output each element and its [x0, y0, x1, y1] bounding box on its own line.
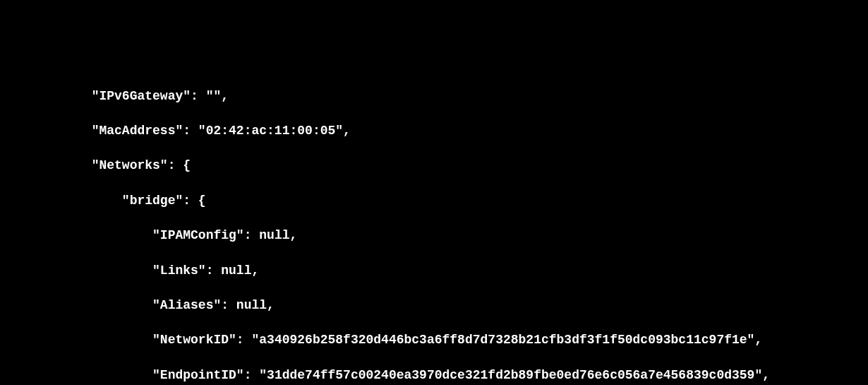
json-prop-endpointid: "EndpointID": "31dde74ff57c00240ea3970dc… [152, 368, 770, 382]
indent [0, 124, 92, 138]
json-line: "IPv6Gateway": "", [0, 88, 868, 105]
json-prop-networkid: "NetworkID": "a340926b258f320d446bc3a6ff… [152, 333, 762, 347]
json-prop-ipamconfig: "IPAMConfig": null, [152, 228, 297, 242]
indent [0, 263, 152, 278]
json-prop-ipv6gateway: "IPv6Gateway": "", [92, 89, 229, 103]
indent [0, 298, 152, 312]
json-line: "IPAMConfig": null, [0, 227, 868, 244]
json-prop-bridge: "bridge": { [122, 194, 206, 208]
json-line: "MacAddress": "02:42:ac:11:00:05", [0, 122, 868, 140]
indent [0, 228, 152, 242]
indent [0, 333, 152, 347]
terminal-output: "IPv6Gateway": "", "MacAddress": "02:42:… [0, 70, 868, 385]
json-line: "EndpointID": "31dde74ff57c00240ea3970dc… [0, 367, 868, 384]
json-prop-networks: "Networks": { [92, 158, 191, 172]
json-line: "Aliases": null, [0, 297, 868, 314]
json-line: "bridge": { [0, 192, 868, 210]
json-prop-aliases: "Aliases": null, [152, 298, 275, 312]
indent [0, 89, 92, 103]
json-line: "NetworkID": "a340926b258f320d446bc3a6ff… [0, 331, 868, 349]
json-prop-links: "Links": null, [152, 263, 259, 278]
json-line: "Links": null, [0, 262, 868, 280]
json-line: "Networks": { [0, 157, 868, 174]
indent [0, 368, 152, 382]
json-prop-macaddress: "MacAddress": "02:42:ac:11:00:05", [92, 124, 351, 138]
indent [0, 158, 92, 172]
